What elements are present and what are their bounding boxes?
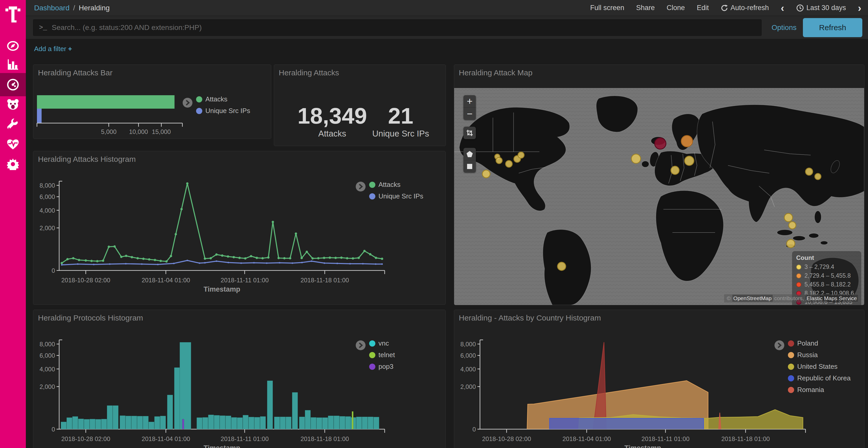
zoom-in-button[interactable]: +: [463, 95, 476, 108]
legend-expand-icon[interactable]: [356, 340, 366, 350]
panel-countries-histogram: Heralding - Attacks by Country Histogram…: [454, 310, 864, 448]
countries-histogram-chart[interactable]: 02,0004,0006,0008,0002018-10-28 02:00201…: [459, 338, 811, 448]
breadcrumb-dashboard-link[interactable]: Dashboard: [34, 4, 69, 12]
filter-bar: Add a filter +: [26, 39, 868, 59]
legend-expand-icon[interactable]: [183, 98, 192, 108]
svg-text:2,000: 2,000: [460, 383, 476, 390]
legend-color-dot: [196, 108, 202, 114]
attacks-histogram-chart[interactable]: 02,0004,0006,0008,0002018-10-28 02:00201…: [38, 180, 390, 293]
legend-color-dot: [788, 375, 794, 381]
panel-attacks-metric: Heralding Attacks 18,349 Attacks 21 Uniq…: [274, 65, 446, 146]
svg-text:4,000: 4,000: [460, 366, 476, 373]
svg-text:2,000: 2,000: [39, 225, 55, 232]
refresh-button[interactable]: Refresh: [803, 18, 862, 37]
legend-item[interactable]: Unique Src IPs: [369, 192, 423, 200]
legend-label: Attacks: [378, 181, 400, 188]
map-crop-control: [463, 127, 476, 139]
legend-item[interactable]: Attacks: [196, 95, 250, 103]
chart-legend: AttacksUnique Src IPs: [196, 95, 250, 115]
map-draw-controls: [463, 148, 476, 173]
svg-text:4,000: 4,000: [39, 207, 55, 214]
svg-text:2018-11-18 01:00: 2018-11-18 01:00: [301, 277, 349, 284]
legend-color-dot: [788, 364, 794, 370]
auto-refresh-button[interactable]: Auto-refresh: [721, 4, 769, 12]
rectangle-draw-button[interactable]: [463, 160, 476, 173]
chart-legend: PolandRussiaUnited StatesRepublic of Kor…: [788, 339, 851, 394]
svg-text:2018-11-11 01:00: 2018-11-11 01:00: [221, 277, 269, 284]
panel-title: Heralding Attacks: [279, 68, 339, 77]
svg-text:0: 0: [472, 426, 476, 433]
protocols-histogram-chart[interactable]: 02,0004,0006,0008,0002018-10-28 02:00201…: [38, 338, 390, 448]
map-legend-dot: [796, 273, 801, 278]
openstreetmap-link[interactable]: OpenStreetMap: [733, 295, 773, 302]
top-navigation-bar: Dashboard / Heralding Full screen Share …: [26, 0, 868, 16]
gear-icon: [7, 158, 19, 170]
breadcrumb-separator: /: [73, 4, 75, 12]
t-mobile-logo[interactable]: [0, 3, 26, 27]
svg-text:0: 0: [52, 267, 55, 274]
breadcrumb-current: Heralding: [79, 4, 110, 12]
legend-color-dot: [369, 340, 375, 347]
legend-label: Russia: [797, 351, 817, 359]
legend-item[interactable]: Russia: [788, 351, 851, 359]
zoom-out-button[interactable]: −: [463, 108, 476, 120]
legend-item[interactable]: Romania: [788, 386, 851, 394]
share-button[interactable]: Share: [636, 4, 655, 12]
polygon-draw-button[interactable]: [463, 148, 476, 160]
legend-item[interactable]: Unique Src IPs: [196, 107, 250, 115]
wrench-icon: [7, 118, 19, 130]
legend-label: Romania: [797, 386, 824, 394]
legend-item[interactable]: Poland: [788, 339, 851, 347]
svg-text:2018-10-28 02:00: 2018-10-28 02:00: [61, 277, 110, 284]
legend-item[interactable]: United States: [788, 363, 851, 371]
edit-button[interactable]: Edit: [697, 4, 709, 12]
chart-legend: AttacksUnique Src IPs: [369, 181, 423, 200]
legend-label: telnet: [378, 351, 395, 359]
add-filter-link[interactable]: Add a filter +: [34, 45, 72, 53]
compass-icon: [7, 40, 19, 52]
query-bar: >_ Options Refresh: [26, 16, 868, 39]
crop-tool-button[interactable]: [463, 127, 476, 139]
clone-button[interactable]: Clone: [667, 4, 685, 12]
svg-text:8,000: 8,000: [39, 341, 55, 348]
time-back-button[interactable]: ‹: [781, 3, 784, 13]
legend-label: Attacks: [206, 95, 227, 103]
world-map[interactable]: + − Count 3 – 2,729.42,729.4 – 5,455.85,…: [454, 88, 864, 305]
map-zoom-controls: + −: [463, 95, 476, 120]
svg-text:2018-11-04 01:00: 2018-11-04 01:00: [562, 435, 611, 442]
map-legend-dot: [796, 282, 801, 287]
plus-icon: +: [68, 45, 72, 53]
svg-text:2018-11-04 01:00: 2018-11-04 01:00: [142, 277, 190, 284]
sidebar-item-management[interactable]: [0, 152, 26, 176]
legend-item[interactable]: telnet: [369, 351, 395, 359]
legend-expand-icon[interactable]: [774, 340, 784, 350]
options-link[interactable]: Options: [767, 20, 801, 36]
legend-expand-icon[interactable]: [356, 182, 366, 192]
svg-text:Timestamp: Timestamp: [624, 444, 661, 448]
search-input[interactable]: [52, 24, 761, 32]
bar-chart-icon: [7, 59, 19, 70]
elastic-maps-link[interactable]: Elastic Maps Service: [805, 295, 858, 302]
svg-text:2018-11-18 01:00: 2018-11-18 01:00: [301, 435, 349, 442]
legend-item[interactable]: pop3: [369, 363, 395, 371]
map-legend-item: 3 – 2,729.4: [796, 264, 857, 271]
clock-icon: [796, 4, 804, 12]
search-box[interactable]: >_: [33, 20, 762, 36]
legend-item[interactable]: vnc: [369, 339, 395, 347]
refresh-cycle-icon: [721, 4, 728, 12]
map-legend-item: 2,729.4 – 5,455.8: [796, 272, 857, 279]
svg-text:5,000: 5,000: [101, 128, 117, 135]
panel-title: Heralding Attacks Histogram: [38, 155, 136, 164]
chart-legend: vnctelnetpop3: [369, 339, 395, 371]
time-forward-button[interactable]: ›: [858, 3, 861, 13]
time-range-picker[interactable]: Last 30 days: [796, 4, 846, 12]
legend-label: Poland: [797, 339, 818, 347]
map-legend-dot: [796, 265, 801, 270]
svg-text:2018-11-04 01:00: 2018-11-04 01:00: [142, 435, 190, 442]
map-attribution: © OpenStreetMap contributors, Elastic Ma…: [724, 294, 861, 303]
legend-item[interactable]: Republic of Korea: [788, 374, 851, 382]
fullscreen-button[interactable]: Full screen: [590, 4, 624, 12]
legend-item[interactable]: Attacks: [369, 181, 423, 188]
panel-attacks-histogram: Heralding Attacks Histogram 02,0004,0006…: [33, 151, 445, 305]
map-legend-label: 5,455.8 – 8,182.2: [804, 281, 851, 288]
